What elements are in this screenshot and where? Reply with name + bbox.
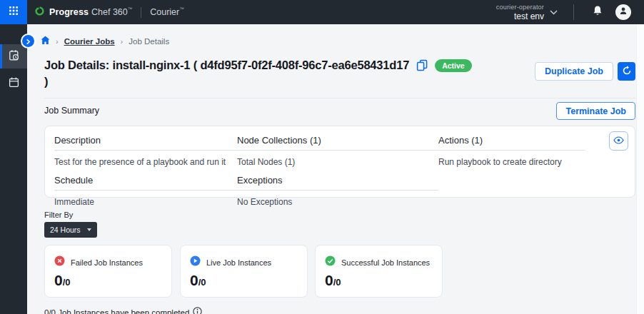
brand-product-text: Courier™ (150, 7, 184, 17)
divider (44, 98, 635, 98)
grid-icon (9, 6, 19, 19)
job-summary-heading: Job Summary (44, 106, 99, 116)
time-range-select[interactable]: 24 Hours (44, 222, 97, 238)
stat-total: /0 (198, 277, 206, 288)
stat-value: 0 (54, 272, 63, 289)
field-node-collections: Node Collections (1) Total Nodes (1) (237, 135, 438, 167)
breadcrumb-link-courier-jobs[interactable]: Courier Jobs (64, 37, 115, 46)
sidebar-item-schedule[interactable] (0, 71, 27, 96)
page-title-wrap: ) (44, 75, 472, 88)
field-value: Test for the presence of a playbook and … (54, 151, 237, 167)
field-label: Node Collections (1) (237, 135, 438, 151)
status-badge: Active (435, 59, 472, 72)
notifications-button[interactable] (592, 5, 603, 20)
title-block: Job Details: install-nginx-1 ( d4fd95f7-… (44, 59, 472, 88)
check-icon (325, 255, 336, 269)
field-label: Actions (1) (438, 135, 585, 151)
stat-label: Live Job Instances (206, 258, 271, 267)
view-actions-button[interactable] (609, 131, 628, 151)
sidebar-expand-button[interactable] (22, 35, 34, 47)
successful-instances-card: Successful Job Instances 0 /0 (315, 245, 443, 298)
chevron-down-icon (550, 10, 558, 15)
stat-label: Successful Job Instances (341, 258, 430, 267)
field-label: Exceptions (237, 175, 438, 191)
env-name: test env (496, 11, 544, 21)
refresh-button[interactable] (618, 62, 635, 81)
completion-note: 0/0 Job Instances have been completed (44, 306, 202, 314)
app-launcher-button[interactable] (0, 0, 27, 24)
field-actions: Actions (1) Run playbook to create direc… (438, 135, 585, 167)
terminate-job-button[interactable]: Terminate Job (556, 102, 635, 120)
failed-icon (54, 255, 65, 269)
time-range-value: 24 Hours (50, 226, 87, 234)
live-instances-card: Live Job Instances 0 /0 (180, 245, 308, 298)
clipboard-clock-icon (8, 49, 20, 64)
progress-swirl-icon (34, 6, 45, 19)
eye-icon (613, 136, 624, 146)
job-summary-card: Description Test for the presence of a p… (44, 126, 635, 198)
stat-value: 0 (190, 272, 198, 289)
top-header: Progress Chef 360™ Courier™ courier-oper… (0, 0, 644, 24)
field-description: Description Test for the presence of a p… (54, 135, 237, 167)
breadcrumb-current: Job Details (129, 37, 169, 46)
bell-icon (592, 5, 603, 20)
breadcrumb-separator: › (56, 37, 59, 46)
user-avatar[interactable] (615, 4, 631, 20)
breadcrumb-separator: › (121, 37, 124, 46)
sidebar-item-jobs[interactable] (0, 44, 27, 69)
user-icon (618, 6, 628, 19)
duplicate-job-button[interactable]: Duplicate Job (535, 62, 613, 81)
field-schedule: Schedule Immediate (54, 175, 237, 207)
header-divider (573, 4, 574, 20)
stat-total: /0 (63, 277, 71, 288)
refresh-icon (622, 66, 632, 78)
failed-instances-card: Failed Job Instances 0 /0 (44, 245, 172, 298)
page-title: Job Details: install-nginx-1 ( d4fd95f7-… (44, 59, 409, 72)
field-value: No Exceptions (237, 191, 438, 207)
app-window: Progress Chef 360™ Courier™ courier-oper… (0, 0, 644, 314)
info-icon[interactable] (193, 306, 202, 314)
brand-chef-text: Chef 360™ (91, 7, 132, 17)
brand-logo: Progress Chef 360™ Courier™ (34, 6, 184, 19)
filter-by-label: Filter By (44, 211, 73, 219)
chevron-right-icon (25, 35, 31, 48)
field-label: Description (54, 135, 237, 151)
field-value: Run playbook to create directory (438, 151, 585, 167)
stat-value: 0 (325, 272, 333, 289)
field-value: Immediate (54, 191, 237, 207)
brand-progress-text: Progress (49, 7, 89, 17)
field-exceptions: Exceptions No Exceptions (237, 175, 438, 207)
completion-text: 0/0 Job Instances have been completed (44, 308, 189, 314)
caret-down-icon (87, 228, 91, 231)
account-role: courier-operator (496, 4, 544, 11)
play-icon (190, 255, 201, 269)
env-switcher[interactable]: courier-operator test env (496, 4, 558, 21)
stat-total: /0 (333, 277, 341, 288)
copy-button[interactable] (416, 59, 428, 71)
home-icon[interactable] (41, 36, 50, 46)
stat-label: Failed Job Instances (71, 258, 143, 267)
field-value: Total Nodes (1) (237, 151, 438, 167)
header-divider (141, 7, 141, 18)
field-label: Schedule (54, 175, 237, 191)
breadcrumb: › Courier Jobs › Job Details (41, 36, 169, 46)
sidebar (0, 24, 27, 314)
calendar-icon (8, 76, 20, 91)
scrollbar-track[interactable] (636, 24, 644, 314)
